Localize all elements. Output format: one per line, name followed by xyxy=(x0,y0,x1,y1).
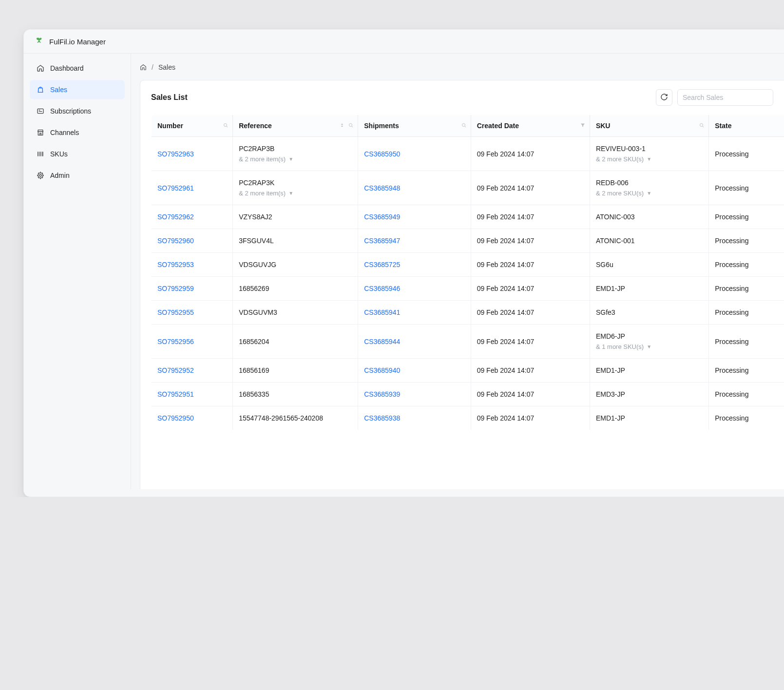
col-state[interactable]: State xyxy=(709,115,784,137)
created-date: 09 Feb 2024 14:07 xyxy=(477,285,535,292)
created-date: 09 Feb 2024 14:07 xyxy=(477,366,535,374)
order-number-link[interactable]: SO7952956 xyxy=(157,338,194,345)
barcode-icon xyxy=(37,150,44,158)
sidebar-item-skus[interactable]: SKUs xyxy=(30,144,125,164)
table-row[interactable]: SO79529603FSGUV4LCS368594709 Feb 2024 14… xyxy=(152,229,784,253)
sku-more[interactable]: & 2 more SKU(s) ▼ xyxy=(596,155,703,163)
order-number-link[interactable]: SO7952959 xyxy=(157,285,194,292)
cell-sku: EMD1-JP xyxy=(590,359,708,383)
shipment-link[interactable]: CS3685948 xyxy=(364,184,400,192)
search-icon[interactable] xyxy=(223,122,229,130)
search-input[interactable] xyxy=(677,89,773,106)
cell-date: 09 Feb 2024 14:07 xyxy=(471,359,590,383)
table-row[interactable]: SO795295216856169CS368594009 Feb 2024 14… xyxy=(152,359,784,383)
table-row[interactable]: SO7952961PC2RAP3K& 2 more item(s) ▼CS368… xyxy=(152,171,784,205)
table-row[interactable]: SO7952962VZYS8AJ2CS368594909 Feb 2024 14… xyxy=(152,205,784,229)
table-row[interactable]: SO7952955VDSGUVM3CS368594109 Feb 2024 14… xyxy=(152,301,784,325)
svg-rect-4 xyxy=(41,152,41,156)
cell-shipment: CS3685940 xyxy=(358,359,471,383)
refresh-button[interactable] xyxy=(656,89,672,106)
gear-icon xyxy=(37,172,44,179)
caret-down-icon[interactable]: ▼ xyxy=(647,156,651,162)
table-row[interactable]: SO7952953VDSGUVJGCS368572509 Feb 2024 14… xyxy=(152,253,784,277)
reference-value: VDSGUVM3 xyxy=(239,308,352,316)
shipment-link[interactable]: CS3685950 xyxy=(364,150,400,158)
cell-number: SO7952959 xyxy=(152,277,233,301)
col-shipments[interactable]: Shipments xyxy=(358,115,471,137)
table-row[interactable]: SO795295616856204CS368594409 Feb 2024 14… xyxy=(152,325,784,359)
caret-down-icon[interactable]: ▼ xyxy=(288,156,293,162)
order-number-link[interactable]: SO7952960 xyxy=(157,237,194,245)
sidebar: DashboardSalesSubscriptionsChannelsSKUsA… xyxy=(24,54,131,489)
caret-down-icon[interactable]: ▼ xyxy=(288,191,293,196)
col-label: SKU xyxy=(596,122,611,130)
search-icon[interactable] xyxy=(461,122,467,130)
col-label: Created Date xyxy=(477,122,519,130)
reference-value: 16856204 xyxy=(239,338,352,345)
sidebar-item-dashboard[interactable]: Dashboard xyxy=(30,58,125,78)
breadcrumb: / Sales xyxy=(140,60,784,80)
sku-value: EMD3-JP xyxy=(596,390,703,398)
order-number-link[interactable]: SO7952962 xyxy=(157,213,194,221)
breadcrumb-current[interactable]: Sales xyxy=(158,63,175,71)
shipment-link[interactable]: CS3685944 xyxy=(364,338,400,345)
cell-state: Processing xyxy=(709,205,784,229)
caret-down-icon[interactable]: ▼ xyxy=(647,344,651,349)
filter-icon[interactable] xyxy=(580,122,586,130)
order-number-link[interactable]: SO7952955 xyxy=(157,308,194,316)
sidebar-item-label: SKUs xyxy=(50,150,68,158)
order-number-link[interactable]: SO7952953 xyxy=(157,261,194,268)
sku-more[interactable]: & 1 more SKU(s) ▼ xyxy=(596,343,703,350)
shipment-link[interactable]: CS3685947 xyxy=(364,237,400,245)
svg-point-10 xyxy=(462,124,465,127)
cell-date: 09 Feb 2024 14:07 xyxy=(471,301,590,325)
shipment-link[interactable]: CS3685946 xyxy=(364,285,400,292)
table-row[interactable]: SO795295015547748-2961565-240208CS368593… xyxy=(152,406,784,430)
shipment-link[interactable]: CS3685938 xyxy=(364,414,400,422)
sidebar-item-subscriptions[interactable]: Subscriptions xyxy=(30,101,125,121)
search-icon[interactable] xyxy=(348,122,354,130)
col-created-date[interactable]: Created Date xyxy=(471,115,590,137)
svg-rect-5 xyxy=(42,152,42,156)
cell-sku: EMD1-JP xyxy=(590,406,708,430)
cell-date: 09 Feb 2024 14:07 xyxy=(471,171,590,205)
order-number-link[interactable]: SO7952952 xyxy=(157,366,194,374)
shipment-link[interactable]: CS3685725 xyxy=(364,261,400,268)
sidebar-item-admin[interactable]: Admin xyxy=(30,166,125,185)
order-number-link[interactable]: SO7952963 xyxy=(157,150,194,158)
shipment-link[interactable]: CS3685940 xyxy=(364,366,400,374)
order-number-link[interactable]: SO7952961 xyxy=(157,184,194,192)
sku-more[interactable]: & 2 more SKU(s) ▼ xyxy=(596,190,703,197)
svg-rect-3 xyxy=(40,152,40,156)
cell-number: SO7952963 xyxy=(152,137,233,171)
reference-more[interactable]: & 2 more item(s) ▼ xyxy=(239,190,352,197)
svg-rect-6 xyxy=(43,152,43,156)
shipment-link[interactable]: CS3685939 xyxy=(364,390,400,398)
table-row[interactable]: SO7952963PC2RAP3B& 2 more item(s) ▼CS368… xyxy=(152,137,784,171)
bag-icon xyxy=(37,86,44,94)
cell-state: Processing xyxy=(709,383,784,406)
caret-down-icon[interactable]: ▼ xyxy=(647,191,651,196)
order-number-link[interactable]: SO7952950 xyxy=(157,414,194,422)
sku-value: EMD1-JP xyxy=(596,366,703,374)
col-reference[interactable]: Reference xyxy=(233,115,358,137)
table-row[interactable]: SO795295916856269CS368594609 Feb 2024 14… xyxy=(152,277,784,301)
sort-icon[interactable] xyxy=(339,122,345,130)
col-sku[interactable]: SKU xyxy=(590,115,708,137)
cell-reference: 16856269 xyxy=(233,277,358,301)
reference-more[interactable]: & 2 more item(s) ▼ xyxy=(239,155,352,163)
sales-table: NumberReferenceShipmentsCreated DateSKUS… xyxy=(151,115,784,430)
cell-date: 09 Feb 2024 14:07 xyxy=(471,137,590,171)
col-number[interactable]: Number xyxy=(152,115,233,137)
sidebar-item-channels[interactable]: Channels xyxy=(30,123,125,142)
shipment-link[interactable]: CS3685949 xyxy=(364,213,400,221)
shipment-link[interactable]: CS3685941 xyxy=(364,308,400,316)
cell-shipment: CS3685948 xyxy=(358,171,471,205)
order-number-link[interactable]: SO7952951 xyxy=(157,390,194,398)
cell-number: SO7952955 xyxy=(152,301,233,325)
home-icon[interactable] xyxy=(140,64,147,71)
table-row[interactable]: SO795295116856335CS368593909 Feb 2024 14… xyxy=(152,383,784,406)
sku-value: EMD6-JP xyxy=(596,332,703,340)
sidebar-item-sales[interactable]: Sales xyxy=(30,80,125,99)
search-icon[interactable] xyxy=(699,122,705,130)
